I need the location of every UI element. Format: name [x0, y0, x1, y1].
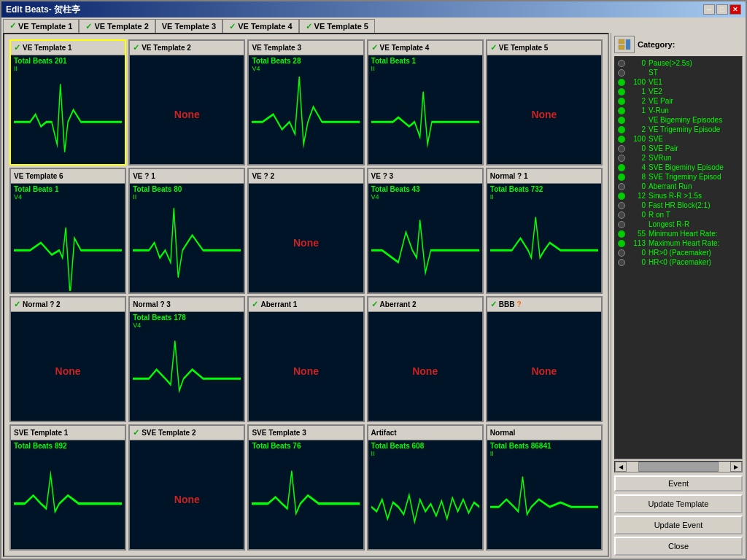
- template-cell-1-2[interactable]: VE ? 2None: [247, 168, 364, 294]
- template-cell-3-0[interactable]: SVE Template 1Total Beats 892: [9, 424, 126, 551]
- minimize-button[interactable]: ─: [703, 4, 715, 15]
- tab-3[interactable]: ✓VE Template 4: [222, 19, 298, 33]
- category-count: 1: [628, 106, 646, 114]
- category-item-12[interactable]: 8SVE Trigeminy Episod: [616, 172, 740, 182]
- cell-check-icon: ✓: [133, 428, 139, 438]
- template-cell-0-2[interactable]: VE Template 3Total Beats 28V4: [247, 39, 364, 166]
- template-cell-2-2[interactable]: ✓Aberrant 1None: [247, 296, 364, 422]
- cell-lead: V4: [252, 65, 360, 72]
- scroll-left[interactable]: ◀: [615, 462, 627, 472]
- sidebar: Category: 0Pause(>2.5s)ST100VE11VE22VE P…: [611, 33, 746, 559]
- category-item-4[interactable]: 2VE Pair: [616, 96, 740, 106]
- update-event-button[interactable]: Update Event: [614, 516, 743, 534]
- waveform-area: [490, 201, 598, 291]
- template-cell-2-4[interactable]: ✓BBB?None: [486, 296, 603, 422]
- category-dot: [618, 60, 625, 67]
- scrollbar[interactable]: ◀ ▶: [614, 461, 743, 472]
- tab-4[interactable]: ✓VE Template 5: [299, 19, 375, 33]
- tab-label: VE Template 1: [18, 22, 72, 31]
- template-cell-1-1[interactable]: VE ? 1Total Beats 80II: [128, 168, 245, 294]
- category-item-21[interactable]: 0HR<0 (Pacemaker): [616, 257, 740, 267]
- category-item-13[interactable]: 0Aberrant Run: [616, 182, 740, 191]
- cell-title: SVE Template 2: [142, 429, 196, 437]
- close-window-button[interactable]: ✕: [729, 4, 741, 15]
- template-cell-1-4[interactable]: Normal ? 1Total Beats 732II: [486, 168, 603, 294]
- waveform-svg: [371, 201, 479, 291]
- category-item-15[interactable]: 0Fast HR Block(2:1): [616, 201, 740, 210]
- category-count: 0: [628, 211, 646, 219]
- template-cell-2-1[interactable]: Normal ? 3Total Beats 178V4: [128, 296, 245, 422]
- maximize-button[interactable]: □: [716, 4, 728, 15]
- bottom-buttons: Update Template Update Event Close: [614, 494, 743, 556]
- template-cell-3-4[interactable]: NormalTotal Beats 86841II: [486, 424, 603, 551]
- category-count: 2: [628, 154, 646, 162]
- category-item-3[interactable]: 1VE2: [616, 87, 740, 96]
- category-item-19[interactable]: 113Maximum Heart Rate:: [616, 238, 740, 248]
- category-name: SVRun: [649, 154, 672, 162]
- category-item-2[interactable]: 100VE1: [616, 77, 740, 87]
- cell-body-0-0: Total Beats 201II: [11, 55, 125, 164]
- category-item-7[interactable]: 2VE Trigeminy Episode: [616, 125, 740, 134]
- category-count: 2: [628, 97, 646, 105]
- update-template-button[interactable]: Update Template: [614, 494, 743, 513]
- tab-0[interactable]: ✓VE Template 1: [3, 19, 79, 33]
- template-cell-0-4[interactable]: ✓VE Template 5None: [486, 39, 603, 166]
- category-item-16[interactable]: 0R on T: [616, 210, 740, 219]
- scroll-right[interactable]: ▶: [730, 462, 742, 472]
- scroll-thumb[interactable]: [638, 462, 719, 472]
- category-name: HR>0 (Pacemaker): [649, 249, 711, 257]
- cell-lead: II: [371, 450, 479, 457]
- template-cell-1-3[interactable]: VE ? 3Total Beats 43V4: [367, 168, 484, 294]
- cell-header-2-0: ✓Normal ? 2: [11, 298, 125, 312]
- waveform-area: [252, 450, 360, 548]
- cell-beats: Total Beats 43: [371, 185, 479, 193]
- cell-beats: Total Beats 1: [14, 185, 122, 193]
- window-title: Edit Beats- 贺柱亭: [6, 4, 80, 16]
- category-item-18[interactable]: 55Minimum Heart Rate:: [616, 229, 740, 238]
- tab-1[interactable]: ✓VE Template 2: [79, 19, 155, 33]
- cell-body-0-1: None: [130, 55, 244, 164]
- cell-header-0-3: ✓VE Template 4: [368, 41, 482, 55]
- waveform-svg: [133, 329, 241, 419]
- tab-2[interactable]: VE Template 3: [155, 19, 222, 33]
- cell-header-3-2: SVE Template 3: [249, 426, 363, 440]
- template-cell-0-3[interactable]: ✓VE Template 4Total Beats 1II: [367, 39, 484, 166]
- category-item-8[interactable]: 100SVE: [616, 134, 740, 144]
- category-dot: [618, 211, 625, 219]
- category-item-10[interactable]: 2SVRun: [616, 153, 740, 163]
- cell-header-0-4: ✓VE Template 5: [487, 41, 601, 55]
- category-item-20[interactable]: 0HR>0 (Pacemaker): [616, 248, 740, 257]
- cell-check-icon: ✓: [14, 300, 20, 309]
- category-item-0[interactable]: 0Pause(>2.5s): [616, 58, 740, 68]
- category-item-9[interactable]: 0SVE Pair: [616, 144, 740, 153]
- waveform-area: [371, 457, 479, 548]
- category-item-17[interactable]: Longest R-R: [616, 219, 740, 229]
- template-cell-2-0[interactable]: ✓Normal ? 2None: [9, 296, 126, 422]
- template-cell-0-0[interactable]: ✓VE Template 1Total Beats 201II: [9, 39, 126, 166]
- category-item-1[interactable]: ST: [616, 68, 740, 77]
- cell-header-1-4: Normal ? 1: [487, 169, 601, 184]
- cell-beats: Total Beats 28: [252, 57, 360, 65]
- category-dot: [618, 202, 625, 209]
- event-button[interactable]: Event: [614, 475, 743, 491]
- category-item-11[interactable]: 4SVE Bigeminy Episode: [616, 163, 740, 172]
- category-item-5[interactable]: 1V-Run: [616, 106, 740, 115]
- category-name: VE2: [649, 88, 662, 96]
- template-cell-3-1[interactable]: ✓SVE Template 2None: [128, 424, 245, 551]
- template-cell-0-1[interactable]: ✓VE Template 2None: [128, 39, 245, 166]
- category-name: Minimum Heart Rate:: [649, 230, 717, 238]
- cell-header-2-3: ✓Aberrant 2: [368, 298, 482, 312]
- close-button[interactable]: Close: [614, 537, 743, 556]
- category-list[interactable]: 0Pause(>2.5s)ST100VE11VE22VE Pair1V-RunV…: [614, 56, 743, 459]
- category-item-6[interactable]: VE Bigeminy Episodes: [616, 115, 740, 125]
- cell-check-icon: ✓: [490, 43, 497, 52]
- template-cell-3-2[interactable]: SVE Template 3Total Beats 76: [247, 424, 364, 551]
- template-cell-3-3[interactable]: ArtifactTotal Beats 608II: [367, 424, 484, 551]
- category-item-14[interactable]: 12Sinus R-R >1.5s: [616, 191, 740, 201]
- main-window: Edit Beats- 贺柱亭 ─ □ ✕ ✓VE Template 1✓VE …: [0, 0, 747, 560]
- template-cell-1-0[interactable]: VE Template 6Total Beats 1V4: [9, 168, 126, 294]
- category-name: SVE: [649, 135, 663, 143]
- category-dot: [618, 230, 625, 238]
- template-cell-2-3[interactable]: ✓Aberrant 2None: [367, 296, 484, 422]
- cell-body-3-4: Total Beats 86841II: [487, 440, 601, 549]
